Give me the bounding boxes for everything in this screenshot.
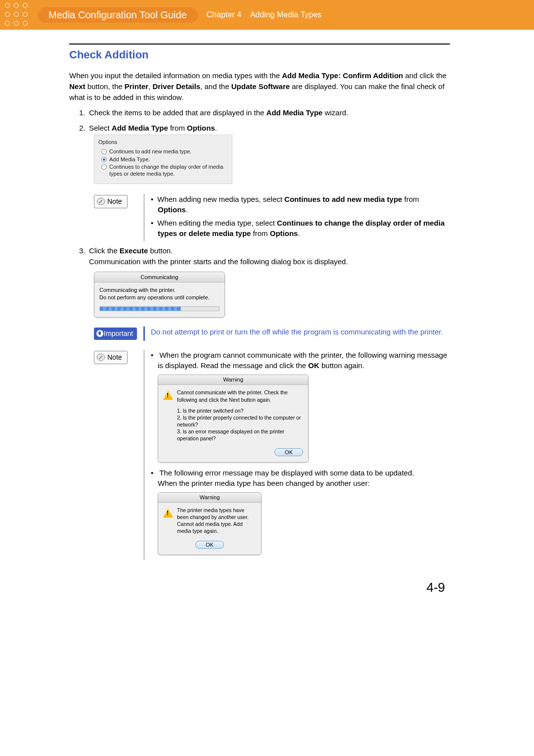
note2-bullet-1: When the program cannot communicate with… xyxy=(151,350,450,463)
hand-icon xyxy=(96,330,104,337)
option-add-media-type[interactable]: Add Media Type. xyxy=(101,156,228,163)
guide-title: Media Configuration Tool Guide xyxy=(38,7,198,23)
steps-list: 1.Check the items to be added that are d… xyxy=(69,107,450,560)
decor-dots xyxy=(5,3,29,27)
ok-button[interactable]: OK xyxy=(195,541,224,549)
dialog-title: Warning xyxy=(158,493,261,503)
communicating-dialog: Communicating Communicating with the pri… xyxy=(94,272,225,318)
chapter-name: Adding Media Types xyxy=(250,10,322,19)
step-3: 3.Click the Execute button. Communicatio… xyxy=(79,245,450,560)
chapter-label: Chapter 4 Adding Media Types xyxy=(207,10,322,19)
page-header: Media Configuration Tool Guide Chapter 4… xyxy=(0,0,534,30)
warning-dialog-2: Warning The printer media types have bee… xyxy=(158,492,262,555)
options-panel: Options Continues to add new media type.… xyxy=(94,135,232,184)
pencil-icon xyxy=(96,197,105,205)
dialog-title: Communicating xyxy=(94,272,224,283)
callout-divider xyxy=(143,194,145,241)
important-callout: Important Do not attempt to print or tur… xyxy=(94,327,450,341)
option-continues-add[interactable]: Continues to add new media type. xyxy=(101,148,228,155)
dialog-title: Warning xyxy=(158,375,308,385)
important-text: Do not attempt to print or turn the off … xyxy=(151,327,450,341)
important-badge: Important xyxy=(94,328,137,340)
radio-icon[interactable] xyxy=(101,157,107,162)
note-callout-2: Note When the program cannot communicate… xyxy=(94,350,450,560)
note-badge: Note xyxy=(94,351,128,364)
warning-dialog-1: Warning Cannot communicate with the prin… xyxy=(158,375,309,463)
page-number: 4-9 xyxy=(69,580,450,595)
radio-icon[interactable] xyxy=(101,149,107,154)
note1-bullet-2: When editing the media type, select Cont… xyxy=(151,218,450,238)
options-title: Options xyxy=(98,138,228,146)
option-change-order[interactable]: Continues to change the display order of… xyxy=(101,164,228,178)
note2-bullet-2: The following error message may be displ… xyxy=(151,468,450,555)
note-callout-1: Note When adding new media types, select… xyxy=(94,194,450,241)
page-content: Check Addition When you input the detail… xyxy=(0,30,490,615)
radio-icon[interactable] xyxy=(101,164,107,170)
warning-message: The printer media types have been change… xyxy=(177,507,256,535)
callout-divider xyxy=(143,327,145,341)
callout-divider xyxy=(143,350,145,560)
note-badge: Note xyxy=(94,195,128,208)
warning-icon xyxy=(163,508,173,518)
warning-icon xyxy=(163,390,173,400)
warning-message: Cannot communicate with the printer. Che… xyxy=(177,389,303,403)
chapter-number: Chapter 4 xyxy=(207,10,241,19)
section-divider xyxy=(69,44,450,45)
intro-paragraph: When you input the detailed information … xyxy=(69,70,450,102)
note1-bullet-1: When adding new media types, select Cont… xyxy=(151,194,450,215)
section-title: Check Addition xyxy=(69,48,450,61)
progress-bar xyxy=(99,306,220,311)
dialog-text-2: Do not perform any operations until comp… xyxy=(99,294,220,301)
step-1: 1.Check the items to be added that are d… xyxy=(79,107,450,119)
dialog-text-1: Communicating with the printer. xyxy=(99,286,220,294)
ok-button[interactable]: OK xyxy=(274,448,303,456)
pencil-icon xyxy=(96,353,105,361)
step-2: 2.Select Add Media Type from Options. Op… xyxy=(79,123,450,241)
